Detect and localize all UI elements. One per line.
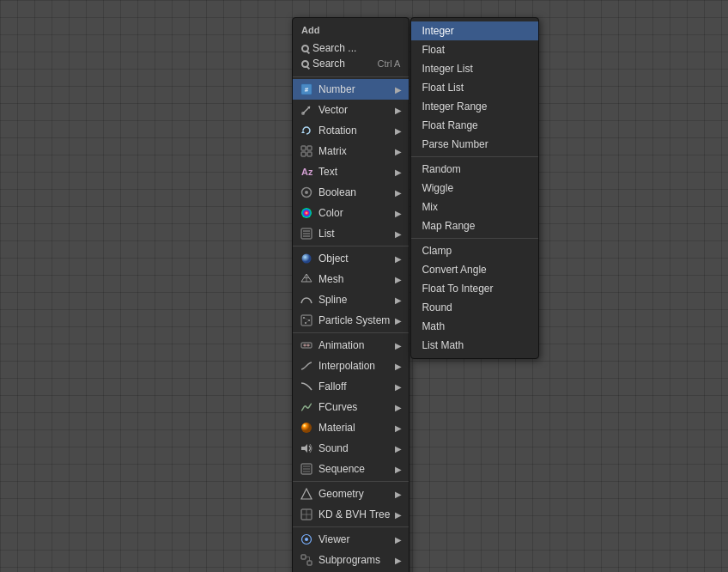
menu-container: Add Search ... Search Ctrl A # Number ▶ — [292, 17, 539, 572]
list-arrow: ▶ — [395, 229, 402, 239]
separator-mid3 — [293, 481, 409, 482]
menu-item-kd-bvh[interactable]: KD & BVH Tree ▶ — [293, 504, 409, 525]
vector-icon — [300, 103, 313, 117]
subprograms-label: Subprograms — [318, 554, 390, 566]
kd-icon — [300, 508, 313, 521]
mesh-arrow: ▶ — [395, 275, 402, 284]
animation-icon — [300, 338, 313, 352]
menu-item-sound[interactable]: Sound ▶ — [293, 438, 409, 459]
subprograms-icon — [300, 553, 313, 567]
menu-item-text[interactable]: Az Text ▶ — [293, 161, 409, 182]
search-label-button[interactable]: Search ... — [293, 39, 409, 56]
submenu-item-clamp[interactable]: Clamp — [411, 241, 538, 260]
menu-item-material[interactable]: Material ▶ — [293, 417, 409, 438]
svg-point-12 — [305, 191, 308, 194]
svg-marker-34 — [301, 444, 307, 453]
svg-line-28 — [306, 320, 309, 323]
particle-icon — [300, 313, 313, 327]
rotation-label: Rotation — [318, 125, 390, 137]
submenu-item-integer-range[interactable]: Integer Range — [411, 97, 538, 116]
separator-top — [293, 76, 409, 77]
menu-item-number[interactable]: # Number ▶ — [293, 79, 409, 100]
menu-item-vector[interactable]: Vector ▶ — [293, 100, 409, 120]
boolean-arrow: ▶ — [395, 188, 402, 198]
submenu-item-math[interactable]: Math — [411, 317, 538, 336]
list-icon — [300, 227, 313, 240]
search-shortcut-text: Search — [312, 58, 345, 70]
text-arrow: ▶ — [395, 167, 402, 177]
submenu-item-float-range[interactable]: Float Range — [411, 116, 538, 135]
menu-item-interpolation[interactable]: Interpolation ▶ — [293, 356, 409, 376]
svg-rect-46 — [307, 561, 312, 565]
kd-bvh-arrow: ▶ — [395, 510, 402, 520]
submenu-item-list-math[interactable]: List Math — [411, 336, 538, 355]
search-shortcut-item[interactable]: Search Ctrl A — [293, 56, 409, 75]
svg-rect-7 — [307, 146, 312, 150]
mesh-icon — [300, 272, 313, 286]
menu-item-matrix[interactable]: Matrix ▶ — [293, 141, 409, 161]
object-arrow: ▶ — [395, 254, 402, 264]
list-label: List — [318, 228, 390, 240]
svg-point-44 — [305, 538, 308, 541]
submenu-item-float-list[interactable]: Float List — [411, 78, 538, 97]
sequence-icon — [300, 462, 313, 476]
viewer-label: Viewer — [318, 533, 390, 545]
menu-item-falloff[interactable]: Falloff ▶ — [293, 376, 409, 397]
submenu-item-convert-angle[interactable]: Convert Angle — [411, 260, 538, 279]
text-icon: Az — [300, 165, 313, 179]
submenu-item-random[interactable]: Random — [411, 160, 538, 179]
svg-marker-39 — [301, 489, 312, 499]
matrix-icon — [300, 144, 313, 158]
submenu-item-wiggle[interactable]: Wiggle — [411, 179, 538, 198]
submenu-item-integer-list[interactable]: Integer List — [411, 59, 538, 78]
menu-item-object[interactable]: Object ▶ — [293, 248, 409, 269]
menu-item-rotation[interactable]: Rotation ▶ — [293, 120, 409, 141]
text-label: Text — [318, 166, 390, 178]
submenu-separator-2 — [411, 238, 538, 239]
menu-item-viewer[interactable]: Viewer ▶ — [293, 529, 409, 550]
material-icon — [300, 421, 313, 435]
menu-item-mesh[interactable]: Mesh ▶ — [293, 269, 409, 289]
submenu-item-float[interactable]: Float — [411, 40, 538, 59]
menu-item-list[interactable]: List ▶ — [293, 223, 409, 244]
particle-system-label: Particle System — [318, 314, 390, 326]
svg-rect-45 — [301, 555, 306, 559]
animation-arrow: ▶ — [395, 341, 402, 350]
sound-label: Sound — [318, 442, 390, 454]
menu-item-subprograms[interactable]: Subprograms ▶ — [293, 550, 409, 570]
separator-mid2 — [293, 332, 409, 333]
menu-item-color[interactable]: Color ▶ — [293, 203, 409, 223]
falloff-icon — [300, 380, 313, 393]
search-label-text: Search ... — [312, 42, 356, 54]
fcurves-arrow: ▶ — [395, 403, 402, 412]
submenu-item-float-to-integer[interactable]: Float To Integer — [411, 279, 538, 298]
submenu-item-mix[interactable]: Mix — [411, 198, 538, 216]
svg-point-33 — [301, 423, 312, 433]
svg-text:Az: Az — [301, 167, 312, 177]
menu-item-fcurves[interactable]: FCurves ▶ — [293, 397, 409, 417]
menu-item-geometry[interactable]: Geometry ▶ — [293, 484, 409, 504]
kd-bvh-label: KD & BVH Tree — [318, 508, 390, 520]
menu-item-boolean[interactable]: Boolean ▶ — [293, 182, 409, 203]
search-shortcut-key: Ctrl A — [377, 58, 400, 69]
particle-arrow: ▶ — [395, 316, 402, 326]
menu-item-animation[interactable]: Animation ▶ — [293, 335, 409, 356]
menu-item-particle-system[interactable]: Particle System ▶ — [293, 310, 409, 331]
main-menu: Add Search ... Search Ctrl A # Number ▶ — [292, 17, 410, 572]
sequence-label: Sequence — [318, 463, 390, 475]
animation-label: Animation — [318, 339, 390, 351]
submenu-item-round[interactable]: Round — [411, 298, 538, 317]
submenu-item-map-range[interactable]: Map Range — [411, 216, 538, 235]
geometry-icon — [300, 487, 313, 501]
menu-item-sequence[interactable]: Sequence ▶ — [293, 459, 409, 479]
search-icon — [301, 45, 309, 52]
sequence-arrow: ▶ — [395, 465, 402, 474]
object-icon — [300, 252, 313, 265]
submenu-item-integer[interactable]: Integer — [411, 21, 538, 40]
svg-point-32 — [307, 344, 310, 347]
color-arrow: ▶ — [395, 209, 402, 218]
sound-arrow: ▶ — [395, 444, 402, 453]
menu-item-spline[interactable]: Spline ▶ — [293, 289, 409, 310]
viewer-arrow: ▶ — [395, 535, 402, 545]
submenu-item-parse-number[interactable]: Parse Number — [411, 135, 538, 154]
